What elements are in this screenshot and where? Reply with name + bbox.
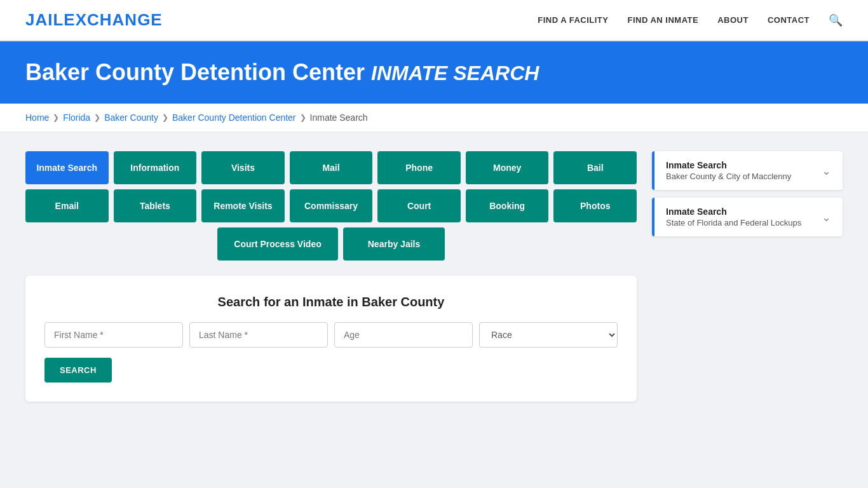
age-input[interactable] [334, 322, 473, 348]
btn-inmate-search[interactable]: Inmate Search [25, 151, 109, 184]
btn-photos[interactable]: Photos [553, 189, 637, 222]
btn-remote-visits[interactable]: Remote Visits [201, 189, 285, 222]
first-name-input[interactable] [44, 322, 183, 348]
btn-court[interactable]: Court [377, 189, 461, 222]
sidebar-card-2: Inmate Search State of Florida and Feder… [652, 198, 843, 236]
sidebar-card-1-text: Inmate Search Baker County & City of Mac… [666, 160, 791, 181]
btn-visits[interactable]: Visits [201, 151, 285, 184]
left-column: Inmate Search Information Visits Mail Ph… [25, 151, 637, 402]
breadcrumb-sep-3: ❯ [162, 113, 168, 122]
logo-suffix: EXCHANGE [64, 10, 162, 29]
search-form-title: Search for an Inmate in Baker County [44, 295, 618, 309]
breadcrumb-sep-2: ❯ [94, 113, 100, 122]
category-nav: Inmate Search Information Visits Mail Ph… [25, 151, 637, 261]
chevron-down-icon-2: ⌄ [822, 210, 831, 224]
search-form-row: Race [44, 322, 618, 348]
nav-find-facility[interactable]: FIND A FACILITY [538, 15, 608, 25]
nav-row-3: Court Process Video Nearby Jails [25, 227, 637, 261]
btn-phone[interactable]: Phone [377, 151, 461, 184]
nav-row-1: Inmate Search Information Visits Mail Ph… [25, 151, 637, 184]
breadcrumb: Home ❯ Florida ❯ Baker County ❯ Baker Co… [0, 104, 868, 132]
btn-tablets[interactable]: Tablets [114, 189, 197, 222]
site-logo[interactable]: JAILEXCHANGE [25, 10, 163, 30]
nav-row-2: Email Tablets Remote Visits Commissary C… [25, 189, 637, 222]
sidebar-card-2-header[interactable]: Inmate Search State of Florida and Feder… [652, 198, 843, 236]
btn-bail[interactable]: Bail [553, 151, 637, 184]
main-content: Inmate Search Information Visits Mail Ph… [0, 132, 868, 421]
page-title: Baker County Detention Center INMATE SEA… [25, 59, 843, 86]
race-select[interactable]: Race [479, 322, 618, 348]
sidebar-card-2-subtitle: State of Florida and Federal Lockups [666, 218, 801, 227]
sidebar-card-1-header[interactable]: Inmate Search Baker County & City of Mac… [652, 151, 843, 190]
breadcrumb-baker-county[interactable]: Baker County [104, 112, 158, 123]
nav-find-inmate[interactable]: FIND AN INMATE [627, 15, 698, 25]
nav-about[interactable]: ABOUT [717, 15, 749, 25]
search-form-container: Search for an Inmate in Baker County Rac… [25, 276, 637, 402]
chevron-down-icon: ⌄ [822, 164, 831, 178]
btn-information[interactable]: Information [114, 151, 197, 184]
nav-contact[interactable]: CONTACT [768, 15, 810, 25]
btn-booking[interactable]: Booking [466, 189, 549, 222]
breadcrumb-detention-center[interactable]: Baker County Detention Center [172, 112, 296, 123]
right-sidebar: Inmate Search Baker County & City of Mac… [652, 151, 843, 402]
btn-mail[interactable]: Mail [290, 151, 373, 184]
breadcrumb-home[interactable]: Home [25, 112, 49, 123]
breadcrumb-sep-1: ❯ [53, 113, 59, 122]
sidebar-card-1-title: Inmate Search [666, 160, 791, 170]
sidebar-card-1: Inmate Search Baker County & City of Mac… [652, 151, 843, 190]
btn-court-process-video[interactable]: Court Process Video [217, 227, 338, 261]
btn-money[interactable]: Money [466, 151, 549, 184]
hero-section: Baker County Detention Center INMATE SEA… [0, 41, 868, 104]
breadcrumb-florida[interactable]: Florida [63, 112, 90, 123]
breadcrumb-sep-4: ❯ [300, 113, 306, 122]
search-icon[interactable]: 🔍 [829, 13, 843, 27]
sidebar-card-1-subtitle: Baker County & City of Macclenny [666, 172, 791, 181]
main-nav: FIND A FACILITY FIND AN INMATE ABOUT CON… [538, 13, 843, 27]
btn-email[interactable]: Email [25, 189, 109, 222]
sidebar-card-2-title: Inmate Search [666, 207, 801, 217]
site-header: JAILEXCHANGE FIND A FACILITY FIND AN INM… [0, 0, 868, 41]
last-name-input[interactable] [189, 322, 328, 348]
btn-nearby-jails[interactable]: Nearby Jails [343, 227, 445, 261]
search-button[interactable]: SEARCH [44, 358, 112, 383]
logo-prefix: JAIL [25, 10, 64, 29]
sidebar-card-2-text: Inmate Search State of Florida and Feder… [666, 207, 801, 227]
breadcrumb-current: Inmate Search [310, 112, 368, 123]
btn-commissary[interactable]: Commissary [290, 189, 373, 222]
